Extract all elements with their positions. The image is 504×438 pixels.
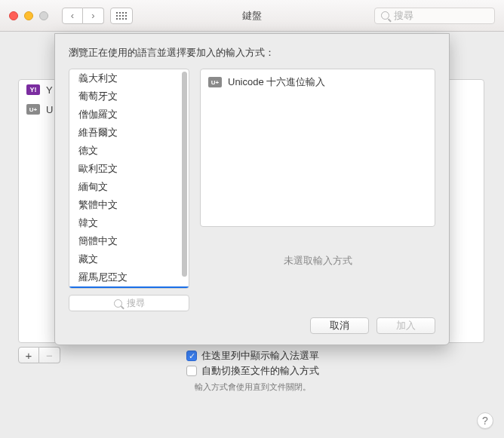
language-list[interactable]: 義大利文葡萄牙文僧伽羅文維吾爾文德文歐利亞文緬甸文繁體中文韓文簡體中文藏文羅馬尼…	[69, 69, 189, 289]
options-area: ✓ 住迭里列中顯示輸入法選單 自動切換至文件的輸入方式 輸入方式會使用直到文件關…	[186, 348, 319, 393]
list-item[interactable]: U+ Unicode 十六進位輸入	[208, 74, 427, 90]
zoom-window-icon	[39, 11, 48, 20]
language-item[interactable]: 維吾爾文	[69, 124, 189, 142]
language-item[interactable]: 歐利亞文	[69, 160, 189, 178]
auto-switch-label: 自動切換至文件的輸入方式	[201, 364, 319, 378]
sheet-prompt: 瀏覽正在使用的語言並選擇要加入的輸入方式：	[69, 46, 435, 60]
add-button: 加入	[376, 317, 435, 334]
add-remove-buttons: + −	[18, 347, 60, 363]
source-badge-icon: U+	[26, 104, 40, 115]
search-input[interactable]: 搜尋	[374, 8, 495, 24]
remove-source-button: −	[39, 347, 60, 363]
show-in-menu-label: 住迭里列中顯示輸入法選單	[201, 349, 319, 363]
forward-button[interactable]: ›	[83, 8, 104, 24]
titlebar: ‹ › 鍵盤 搜尋	[0, 0, 504, 32]
language-item[interactable]: 葡萄牙文	[69, 87, 189, 106]
nav-back-forward: ‹ ›	[62, 8, 104, 24]
search-icon	[114, 299, 122, 308]
language-item[interactable]: 韓文	[69, 214, 189, 232]
search-icon	[381, 11, 389, 20]
language-item[interactable]: 其他	[69, 286, 189, 289]
hint-text: 輸入方式會使用直到文件關閉。	[186, 381, 319, 393]
filter-placeholder: 搜尋	[127, 297, 145, 310]
language-item[interactable]: 德文	[69, 142, 189, 160]
all-prefs-button[interactable]	[110, 8, 133, 24]
help-button[interactable]: ?	[477, 412, 493, 429]
language-item[interactable]: 羅馬尼亞文	[69, 268, 189, 286]
scrollbar[interactable]	[182, 72, 187, 283]
source-label: Y	[46, 84, 53, 96]
traffic-lights	[9, 11, 48, 20]
show-in-menu-checkbox[interactable]: ✓	[186, 351, 197, 361]
language-item[interactable]: 義大利文	[69, 69, 189, 87]
grid-icon	[116, 12, 127, 20]
filter-input[interactable]: 搜尋	[69, 295, 189, 311]
input-method-list[interactable]: U+ Unicode 十六進位輸入	[200, 69, 435, 227]
language-item[interactable]: 繁體中文	[69, 196, 189, 214]
method-badge-icon: U+	[208, 77, 222, 87]
method-label: Unicode 十六進位輸入	[228, 75, 325, 89]
back-button[interactable]: ‹	[62, 8, 83, 24]
auto-switch-checkbox[interactable]	[186, 366, 197, 376]
language-item[interactable]: 緬甸文	[69, 178, 189, 196]
add-input-source-sheet: 瀏覽正在使用的語言並選擇要加入的輸入方式： 義大利文葡萄牙文僧伽羅文維吾爾文德文…	[54, 33, 450, 345]
search-placeholder: 搜尋	[394, 9, 413, 23]
source-label: U	[46, 104, 53, 115]
no-selection-label: 未選取輸入方式	[200, 233, 435, 289]
language-item[interactable]: 僧伽羅文	[69, 106, 189, 124]
add-source-button[interactable]: +	[18, 347, 39, 363]
close-window-icon[interactable]	[9, 11, 18, 20]
minimize-window-icon[interactable]	[24, 11, 33, 20]
language-item[interactable]: 藏文	[69, 250, 189, 268]
source-badge-icon: Y!	[26, 84, 40, 95]
language-item[interactable]: 簡體中文	[69, 232, 189, 250]
cancel-button[interactable]: 取消	[310, 317, 369, 334]
